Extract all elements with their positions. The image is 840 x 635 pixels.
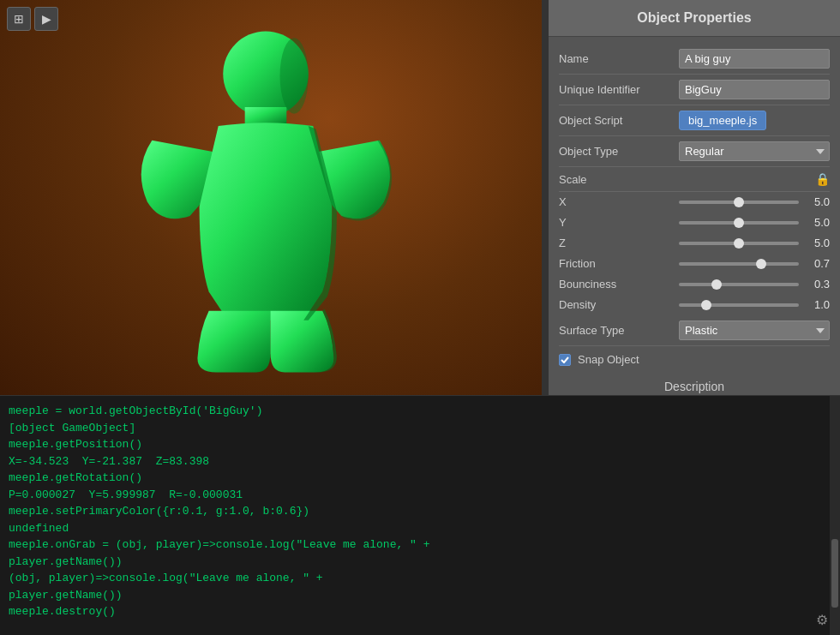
z-value: 5.0 (804, 237, 830, 249)
panel-body: Name Unique Identifier Object Script big… (549, 37, 840, 395)
scale-label: Scale (559, 173, 815, 186)
script-value: big_meeple.js (679, 111, 830, 130)
console-line-5: P=0.000027 Y=5.999987 R=-0.000031 (9, 487, 831, 504)
console-content: meeple = world.getObjectById('BigGuy') [… (0, 396, 840, 635)
console-area: meeple = world.getObjectById('BigGuy') [… (0, 395, 840, 635)
z-slider-container: 5.0 (679, 237, 830, 249)
console-line-7: undefined (9, 520, 831, 537)
x-label: X (559, 195, 679, 208)
density-slider[interactable] (679, 303, 799, 307)
grid-icon[interactable]: ⊞ (7, 7, 31, 31)
console-line-10: (obj, player)=>console.log("Leave me alo… (9, 570, 831, 587)
z-label: Z (559, 237, 679, 249)
y-value: 5.0 (804, 216, 830, 229)
svg-point-2 (280, 38, 309, 113)
viewport: ⊞ ▶ (0, 0, 549, 395)
friction-slider-container: 0.7 (679, 257, 830, 270)
uid-value (679, 80, 830, 99)
density-label: Density (559, 298, 679, 311)
bounciness-slider-container: 0.3 (679, 278, 830, 291)
density-row: Density 1.0 (559, 295, 830, 315)
lock-icon[interactable]: 🔒 (815, 172, 830, 186)
bounciness-label: Bounciness (559, 278, 679, 291)
console-scroll-thumb[interactable] (831, 539, 838, 608)
x-slider-container: 5.0 (679, 195, 830, 208)
y-label: Y (559, 216, 679, 229)
uid-label: Unique Identifier (559, 83, 679, 96)
surface-row: Surface Type Plastic Metal Wood Rubber G… (559, 315, 830, 346)
console-line-1: [object GameObject] (9, 420, 831, 437)
gear-icon[interactable]: ⚙ (816, 612, 828, 628)
bounciness-value: 0.3 (804, 278, 830, 291)
scale-header: Scale 🔒 (559, 167, 830, 192)
x-slider[interactable] (679, 201, 799, 204)
console-line-2: meeple.getPosition() (9, 436, 831, 453)
console-line-12: meeple.destroy() (9, 603, 831, 620)
friction-slider[interactable] (679, 262, 799, 266)
density-value: 1.0 (804, 298, 830, 311)
uid-row: Unique Identifier (559, 75, 830, 105)
snap-row: Snap Object (559, 346, 830, 373)
panel-title: Object Properties (549, 0, 840, 37)
bounciness-row: Bounciness 0.3 (559, 274, 830, 295)
console-line-9: player.getName()) (9, 554, 831, 571)
script-button[interactable]: big_meeple.js (679, 111, 766, 130)
uid-input[interactable] (679, 80, 830, 99)
snap-checkbox[interactable] (559, 354, 571, 366)
type-row: Object Type Regular Infinite Board Figur… (559, 136, 830, 167)
friction-row: Friction 0.7 (559, 254, 830, 274)
properties-panel: Object Properties Name Unique Identifier… (549, 0, 840, 395)
scale-x-row: X 5.0 (559, 192, 830, 213)
type-value: Regular Infinite Board Figurine Tile Car… (679, 141, 830, 161)
type-label: Object Type (559, 145, 679, 158)
console-toolbar: ⚙ (816, 612, 828, 628)
density-slider-container: 1.0 (679, 298, 830, 311)
console-line-6: meeple.setPrimaryColor({r:0.1, g:1.0, b:… (9, 503, 831, 520)
viewport-resize-handle[interactable] (542, 0, 549, 395)
console-line-3: X=-34.523 Y=-21.387 Z=83.398 (9, 453, 831, 470)
bounciness-slider[interactable] (679, 283, 799, 286)
surface-value: Plastic Metal Wood Rubber Glass (679, 320, 830, 340)
name-label: Name (559, 52, 679, 65)
name-value (679, 49, 830, 69)
meeple-3d-object (51, 17, 480, 360)
surface-dropdown[interactable]: Plastic Metal Wood Rubber Glass (679, 320, 830, 340)
console-scrollbar[interactable] (830, 396, 840, 635)
scale-y-row: Y 5.0 (559, 213, 830, 233)
script-label: Object Script (559, 114, 679, 127)
y-slider-container: 5.0 (679, 216, 830, 229)
console-line-8: meeple.onGrab = (obj, player)=>console.l… (9, 536, 831, 554)
name-row: Name (559, 44, 830, 75)
script-row: Object Script big_meeple.js (559, 105, 830, 136)
x-value: 5.0 (804, 195, 830, 208)
name-input[interactable] (679, 49, 830, 69)
console-line-0: meeple = world.getObjectById('BigGuy') (9, 403, 831, 420)
console-line-4: meeple.getRotation() (9, 470, 831, 487)
console-line-11: player.getName()) (9, 587, 831, 604)
type-dropdown[interactable]: Regular Infinite Board Figurine Tile Car… (679, 141, 830, 161)
friction-value: 0.7 (804, 257, 830, 270)
friction-label: Friction (559, 257, 679, 270)
y-slider[interactable] (679, 221, 799, 225)
z-slider[interactable] (679, 242, 799, 245)
description-header: Description (559, 373, 830, 395)
scale-z-row: Z 5.0 (559, 233, 830, 254)
snap-label: Snap Object (578, 353, 639, 366)
main-area: ⊞ ▶ Object Properties Name Unique Identi… (0, 0, 840, 395)
surface-label: Surface Type (559, 324, 679, 337)
camera-icon[interactable]: ▶ (34, 7, 58, 31)
